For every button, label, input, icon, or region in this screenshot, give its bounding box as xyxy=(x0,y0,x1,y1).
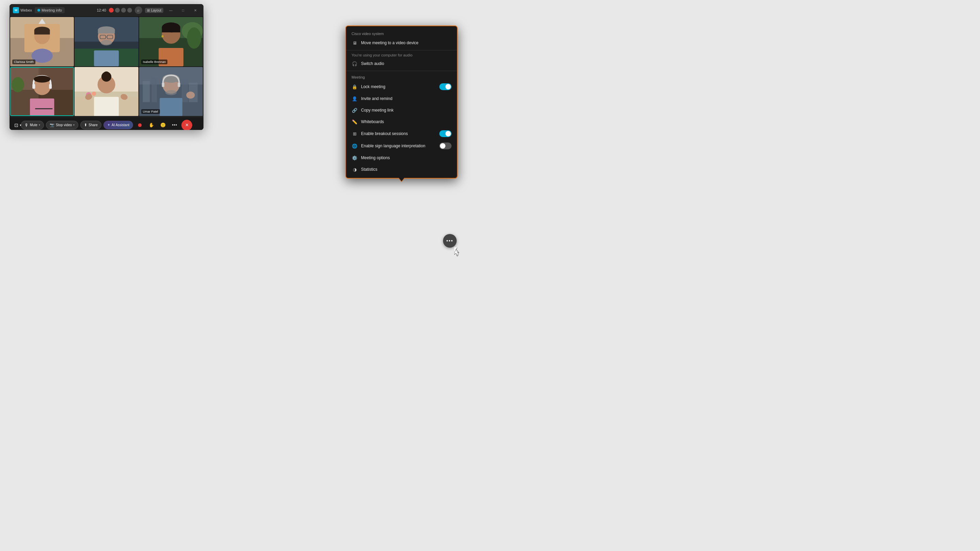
three-dots-icon: ••• xyxy=(447,238,453,243)
svg-rect-61 xyxy=(178,83,180,87)
statistics-label: Statistics xyxy=(361,167,377,172)
statistics-icon: ◑ xyxy=(352,166,358,172)
svg-rect-25 xyxy=(162,27,180,33)
webex-logo-icon: W xyxy=(13,7,19,13)
sign-language-label: Enable sign language interpretation xyxy=(361,143,425,149)
sign-language-toggle[interactable] xyxy=(439,143,452,149)
svg-rect-55 xyxy=(182,79,188,102)
record-button[interactable]: ⏺ xyxy=(135,121,145,130)
video-cell-6[interactable]: Umar Patel xyxy=(139,67,203,116)
invite-remind-label: Invite and remind xyxy=(361,96,392,102)
breakout-toggle-thumb xyxy=(445,131,451,137)
stop-video-button[interactable]: 📷 Stop video ▾ xyxy=(46,121,78,129)
meeting-options-label: Meeting options xyxy=(361,155,390,161)
video-cell-5[interactable] xyxy=(75,67,138,116)
mute-label: Mute xyxy=(30,123,37,127)
emoji-button[interactable]: 🙂 xyxy=(158,121,168,130)
breakout-icon: ⊞ xyxy=(352,130,358,137)
search-icon: ⌕ xyxy=(137,8,140,12)
breakout-item[interactable]: ⊞ Enable breakout sessions xyxy=(346,127,457,140)
record-icon: ⏺ xyxy=(137,122,143,128)
statistics-left: ◑ Statistics xyxy=(352,166,377,172)
cisco-section-header: Cisco video system xyxy=(346,29,457,37)
mute-button[interactable]: 🎙 Mute ▾ xyxy=(21,121,44,130)
end-call-button[interactable]: ✕ xyxy=(181,120,192,130)
dropdown-arrow-inner xyxy=(399,178,404,181)
invite-remind-item[interactable]: 👤 Invite and remind xyxy=(346,93,457,105)
layout-grid-icon: ⊞ xyxy=(147,8,150,12)
meeting-options-item[interactable]: ⚙️ Meeting options xyxy=(346,152,457,164)
meeting-info-tab[interactable]: Meeting info xyxy=(35,7,65,13)
lock-meeting-toggle[interactable] xyxy=(439,83,452,90)
move-meeting-label: Move meeting to a video device xyxy=(361,40,418,46)
reactions-button[interactable]: ✋ xyxy=(147,121,156,130)
caption-button[interactable]: ⊡ ▾ xyxy=(13,121,22,130)
move-meeting-left: 🖥 Move meeting to a video device xyxy=(352,40,418,46)
lock-meeting-left: 🔒 Lock meeting xyxy=(352,84,385,90)
video-chevron-icon: ▾ xyxy=(73,124,75,127)
share-label: Share xyxy=(89,123,98,127)
record-indicator xyxy=(109,8,114,13)
monitor-icon: 🖥 xyxy=(352,40,358,46)
svg-rect-37 xyxy=(30,98,54,115)
more-options-button[interactable]: ••• xyxy=(443,234,457,248)
divider-2 xyxy=(346,71,457,71)
indicator-3 xyxy=(121,8,126,13)
layout-button[interactable]: ⊞ Layout xyxy=(145,8,163,13)
indicator-2 xyxy=(115,8,120,13)
search-button[interactable]: ⌕ xyxy=(135,6,142,14)
svg-rect-35 xyxy=(49,84,52,89)
copy-link-left: 🔗 Copy meeting link xyxy=(352,107,393,113)
mute-chevron-icon: ▾ xyxy=(39,124,40,127)
meeting-info-label: Meeting info xyxy=(41,8,62,12)
whiteboards-label: Whiteboards xyxy=(361,119,384,125)
switch-audio-left: 🎧 Switch audio xyxy=(352,60,384,67)
participant-label-1: Clarissa Smith xyxy=(12,60,35,64)
svg-point-59 xyxy=(165,90,177,95)
lock-meeting-item[interactable]: 🔒 Lock meeting xyxy=(346,81,457,93)
share-icon: ⬆ xyxy=(84,123,87,127)
end-call-icon: ✕ xyxy=(185,122,189,127)
breakout-label: Enable breakout sessions xyxy=(361,131,408,137)
ai-icon: ✦ xyxy=(107,123,110,127)
share-button[interactable]: ⬆ Share xyxy=(80,121,102,129)
lock-toggle-thumb xyxy=(445,84,451,89)
copy-link-item[interactable]: 🔗 Copy meeting link xyxy=(346,105,457,116)
audio-note: You're using your computer for audio xyxy=(346,52,457,58)
video-cell-1[interactable]: Clarissa Smith xyxy=(10,17,74,66)
more-options-toolbar-button[interactable]: ••• xyxy=(170,121,179,130)
video-cell-3[interactable]: Isabelle Brennan xyxy=(139,17,203,66)
switch-audio-item[interactable]: 🎧 Switch audio xyxy=(346,58,457,69)
sign-language-item[interactable]: 🌐 Enable sign language interpretation xyxy=(346,140,457,152)
mouse-cursor xyxy=(454,247,461,257)
video-cell-4[interactable] xyxy=(10,67,74,116)
reactions-icon: ✋ xyxy=(149,122,154,127)
whiteboards-item[interactable]: ✏️ Whiteboards xyxy=(346,116,457,127)
divider-1 xyxy=(346,50,457,50)
time-display: 12:40 xyxy=(97,8,106,12)
emoji-icon: 🙂 xyxy=(160,122,166,127)
svg-rect-18 xyxy=(94,50,119,66)
lock-meeting-label: Lock meeting xyxy=(361,84,385,90)
statistics-item[interactable]: ◑ Statistics xyxy=(346,164,457,175)
svg-point-63 xyxy=(186,92,195,98)
move-meeting-item[interactable]: 🖥 Move meeting to a video device xyxy=(346,37,457,49)
svg-rect-60 xyxy=(162,83,164,87)
svg-point-17 xyxy=(101,40,112,46)
close-button[interactable]: ✕ xyxy=(191,7,200,14)
video-cell-2[interactable] xyxy=(75,17,138,66)
maximize-button[interactable]: □ xyxy=(178,7,188,14)
globe-icon: 🌐 xyxy=(352,143,358,149)
minimize-button[interactable]: — xyxy=(166,7,176,14)
meeting-section-header: Meeting xyxy=(346,73,457,81)
ai-assistant-label: AI Assistant xyxy=(111,123,129,127)
breakout-left: ⊞ Enable breakout sessions xyxy=(352,130,408,137)
breakout-toggle[interactable] xyxy=(439,130,452,137)
svg-rect-34 xyxy=(32,84,35,89)
svg-point-43 xyxy=(92,92,96,95)
svg-rect-16 xyxy=(98,30,115,33)
whiteboard-icon: ✏️ xyxy=(352,119,358,125)
toolbar: ⊡ ▾ 🎙 Mute ▾ 📷 Stop video ▾ ⬆ Share ✦ AI… xyxy=(10,117,204,130)
ai-assistant-button[interactable]: ✦ AI Assistant xyxy=(103,121,133,129)
svg-point-46 xyxy=(103,71,110,78)
